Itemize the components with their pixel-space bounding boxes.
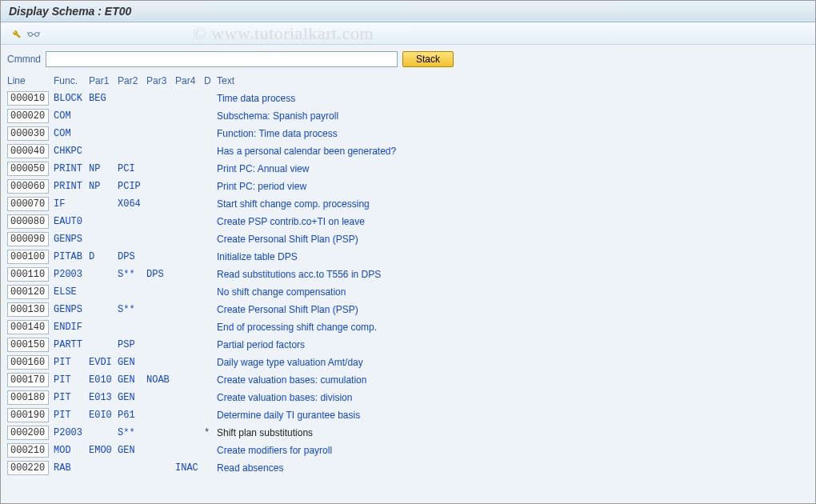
cell-func[interactable]: BLOCK [54, 93, 89, 104]
line-number-field[interactable]: 000180 [7, 390, 49, 405]
line-number-field[interactable]: 000070 [7, 197, 49, 211]
cell-text[interactable]: Function: Time data process [217, 128, 809, 139]
cell-func[interactable]: PIT [54, 410, 89, 421]
line-number-field[interactable]: 000210 [7, 443, 49, 458]
cell-par1[interactable]: NP [89, 163, 118, 174]
cell-func[interactable]: MOD [54, 445, 89, 456]
cell-text[interactable]: Daily wage type valuation Amt/day [217, 357, 809, 368]
cell-text[interactable]: Read absences [217, 462, 809, 474]
cell-func[interactable]: RAB [54, 462, 89, 474]
cell-text[interactable]: No shift change compensation [217, 286, 809, 298]
cell-text[interactable]: Subschema: Spanish payroll [217, 110, 809, 122]
cell-text[interactable]: Time data process [217, 93, 809, 104]
cell-text[interactable]: Create Personal Shift Plan (PSP) [217, 234, 809, 245]
line-number-field[interactable]: 000110 [7, 267, 49, 282]
line-number-field[interactable]: 000220 [7, 461, 49, 475]
table-row: 000110P2003S**DPSRead substitutions acc.… [7, 266, 809, 283]
cell-par1[interactable]: NP [89, 181, 118, 192]
cell-func[interactable]: PIT [54, 374, 89, 386]
cell-text[interactable]: Print PC: Annual view [217, 163, 809, 174]
table-row: 000090GENPSCreate Personal Shift Plan (P… [7, 230, 809, 248]
cell-par2[interactable]: DPS [118, 251, 146, 262]
cell-par1[interactable]: EMO0 [89, 445, 118, 456]
cell-text[interactable]: Read substitutions acc.to T556 in DPS [217, 269, 809, 280]
cell-func[interactable]: PRINT [54, 163, 89, 174]
line-number-field[interactable]: 000060 [7, 179, 49, 194]
cell-par2[interactable]: X064 [118, 198, 146, 210]
cell-par2[interactable]: PSP [118, 339, 146, 350]
line-number-field[interactable]: 000120 [7, 285, 49, 299]
cell-text[interactable]: Partial period factors [217, 339, 809, 350]
cell-text[interactable]: Create PSP contrib.co+TI on leave [217, 216, 809, 227]
cell-par2[interactable]: PCIP [118, 181, 146, 192]
cell-func[interactable]: COM [54, 128, 89, 139]
cell-par1[interactable]: EVDI [89, 357, 118, 368]
cell-par4[interactable]: INAC [175, 462, 204, 474]
cell-par1[interactable]: E013 [89, 392, 118, 403]
cell-text[interactable]: Initialize table DPS [217, 251, 809, 262]
line-number-field[interactable]: 000190 [7, 408, 49, 422]
cell-par2[interactable]: S** [118, 304, 146, 315]
line-number-field[interactable]: 000050 [7, 162, 49, 176]
line-number-field[interactable]: 000040 [7, 144, 49, 158]
cell-func[interactable]: PARTT [54, 339, 89, 350]
cell-par2[interactable]: GEN [118, 374, 146, 386]
cell-text[interactable]: Print PC: period view [217, 181, 809, 192]
cell-func[interactable]: ENDIF [54, 322, 89, 333]
stack-button[interactable]: Stack [402, 51, 454, 67]
cell-text[interactable]: Determine daily TI gurantee basis [217, 410, 809, 421]
cell-func[interactable]: EAUT0 [54, 216, 89, 227]
cell-par2[interactable]: P61 [118, 410, 146, 421]
cell-text[interactable]: Create modifiers for payroll [217, 445, 809, 456]
cell-text[interactable]: Has a personal calendar been generated? [217, 146, 809, 157]
cell-text[interactable]: Start shift change comp. processing [217, 198, 809, 210]
cell-par1[interactable]: D [89, 251, 118, 262]
cell-func[interactable]: ELSE [54, 286, 89, 298]
col-func: Func. [54, 75, 89, 86]
line-number-field[interactable]: 000140 [7, 320, 49, 334]
wrench-icon[interactable] [9, 26, 23, 41]
line-number-field[interactable]: 000170 [7, 373, 49, 387]
line-number-field[interactable]: 000010 [7, 91, 49, 106]
cell-par2[interactable]: PCI [118, 163, 146, 174]
cell-par1[interactable]: E010 [89, 374, 118, 386]
cell-func[interactable]: GENPS [54, 234, 89, 245]
command-label: Cmmnd [7, 54, 41, 65]
line-number-field[interactable]: 000090 [7, 232, 49, 246]
line-number-field[interactable]: 000020 [7, 109, 49, 123]
cell-par2[interactable]: GEN [118, 392, 146, 403]
cell-text[interactable]: End of processing shift change comp. [217, 322, 809, 333]
cell-func[interactable]: GENPS [54, 304, 89, 315]
table-row: 000190PITE0I0P61Determine daily TI guran… [7, 406, 809, 424]
cell-par2[interactable]: S** [118, 427, 146, 438]
cell-text[interactable]: Create valuation bases: division [217, 392, 809, 403]
line-number-field[interactable]: 000100 [7, 250, 49, 264]
cell-par3[interactable]: DPS [146, 269, 175, 280]
glasses-icon[interactable] [26, 26, 41, 41]
cell-par2[interactable]: GEN [118, 357, 146, 368]
cell-func[interactable]: PIT [54, 392, 89, 403]
line-number-field[interactable]: 000130 [7, 302, 49, 317]
cell-func[interactable]: P2003 [54, 269, 89, 280]
cell-par2[interactable]: S** [118, 269, 146, 280]
cell-par3[interactable]: NOAB [146, 374, 175, 386]
cell-func[interactable]: P2003 [54, 427, 89, 438]
cell-text[interactable]: Create Personal Shift Plan (PSP) [217, 304, 809, 315]
cell-func[interactable]: COM [54, 110, 89, 122]
cell-text[interactable]: Shift plan substitutions [217, 427, 809, 438]
cell-func[interactable]: IF [54, 198, 89, 210]
cell-func[interactable]: PRINT [54, 181, 89, 192]
line-number-field[interactable]: 000030 [7, 126, 49, 141]
line-number-field[interactable]: 000080 [7, 214, 49, 229]
cell-func[interactable]: PITAB [54, 251, 89, 262]
cell-func[interactable]: CHKPC [54, 146, 89, 157]
cell-func[interactable]: PIT [54, 357, 89, 368]
cell-par2[interactable]: GEN [118, 445, 146, 456]
command-input[interactable] [46, 51, 398, 67]
cell-text[interactable]: Create valuation bases: cumulation [217, 374, 809, 386]
cell-par1[interactable]: BEG [89, 93, 118, 104]
line-number-field[interactable]: 000150 [7, 338, 49, 352]
cell-par1[interactable]: E0I0 [89, 410, 118, 421]
line-number-field[interactable]: 000160 [7, 355, 49, 370]
line-number-field[interactable]: 000200 [7, 426, 49, 440]
